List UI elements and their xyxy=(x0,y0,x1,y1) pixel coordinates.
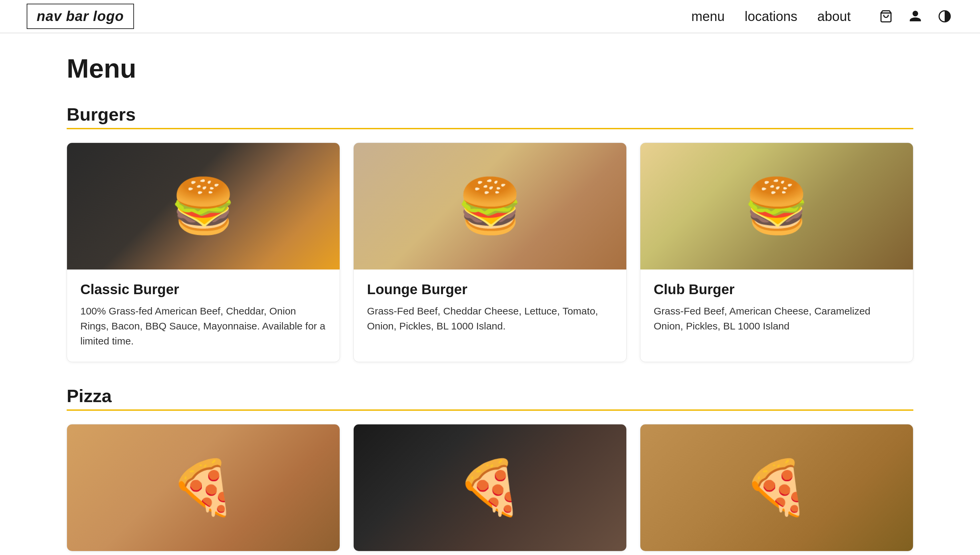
classic-burger-card[interactable]: Classic Burger 100% Grass-fed American B… xyxy=(67,143,340,362)
pizza-grid xyxy=(67,424,913,551)
classic-burger-body: Classic Burger 100% Grass-fed American B… xyxy=(67,269,340,362)
pizza-3-image xyxy=(640,424,913,551)
club-burger-body: Club Burger Grass-Fed Beef, American Che… xyxy=(640,269,913,347)
pizza-divider xyxy=(67,409,913,411)
lounge-burger-card[interactable]: Lounge Burger Grass-Fed Beef, Cheddar Ch… xyxy=(353,143,627,362)
burgers-section-title: Burgers xyxy=(67,104,913,125)
lounge-burger-title: Lounge Burger xyxy=(367,281,613,297)
contrast-icon[interactable] xyxy=(936,8,953,25)
cart-icon[interactable] xyxy=(877,8,895,25)
user-icon[interactable] xyxy=(907,8,924,25)
nav-link-about[interactable]: about xyxy=(817,9,851,24)
burgers-grid: Classic Burger 100% Grass-fed American B… xyxy=(67,143,913,362)
pizza-card-1[interactable] xyxy=(67,424,340,551)
club-burger-image xyxy=(640,143,913,269)
classic-burger-description: 100% Grass-fed American Beef, Cheddar, O… xyxy=(80,303,326,348)
pizza-card-3[interactable] xyxy=(640,424,913,551)
navbar: nav bar logo menu locations about xyxy=(0,0,980,33)
classic-burger-title: Classic Burger xyxy=(80,281,326,297)
pizza-section-header: Pizza xyxy=(67,385,913,411)
pizza-section: Pizza xyxy=(67,385,913,551)
classic-burger-image xyxy=(67,143,340,269)
pizza-section-title: Pizza xyxy=(67,385,913,406)
nav-icons xyxy=(877,8,953,25)
pizza-2-image xyxy=(353,424,627,551)
nav-link-menu[interactable]: menu xyxy=(691,9,725,24)
burgers-section-header: Burgers xyxy=(67,104,913,129)
club-burger-card[interactable]: Club Burger Grass-Fed Beef, American Che… xyxy=(640,143,913,362)
page-title: Menu xyxy=(67,53,913,84)
nav-links: menu locations about xyxy=(691,8,953,25)
lounge-burger-image xyxy=(353,143,627,269)
burgers-section: Burgers Classic Burger 100% Grass-fed Am… xyxy=(67,104,913,362)
club-burger-title: Club Burger xyxy=(654,281,900,297)
nav-link-locations[interactable]: locations xyxy=(745,9,797,24)
nav-logo[interactable]: nav bar logo xyxy=(27,4,134,29)
burgers-divider xyxy=(67,128,913,129)
pizza-card-2[interactable] xyxy=(353,424,627,551)
main-content: Menu Burgers Classic Burger 100% Grass-f… xyxy=(0,33,980,555)
lounge-burger-description: Grass-Fed Beef, Cheddar Cheese, Lettuce,… xyxy=(367,303,613,334)
lounge-burger-body: Lounge Burger Grass-Fed Beef, Cheddar Ch… xyxy=(353,269,627,347)
club-burger-description: Grass-Fed Beef, American Cheese, Caramel… xyxy=(654,303,900,334)
pizza-1-image xyxy=(67,424,340,551)
